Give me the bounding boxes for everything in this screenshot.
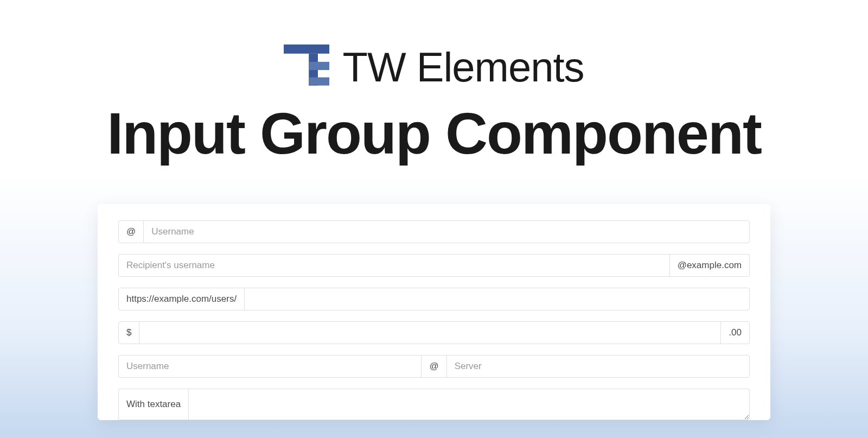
- examples-card: @ @example.com https://example.com/users…: [98, 204, 770, 420]
- input-group-currency: $ .00: [118, 321, 750, 344]
- input-group-recipient-suffix: @example.com: [118, 254, 750, 277]
- recipient-input[interactable]: [118, 254, 670, 277]
- brand-logo-icon: [284, 45, 329, 90]
- username-input[interactable]: [143, 220, 750, 243]
- addon-textarea-label: With textarea: [118, 389, 189, 420]
- addon-at-prefix: @: [118, 220, 144, 243]
- input-group-user-server: @: [118, 355, 750, 378]
- addon-domain-suffix: @example.com: [669, 254, 750, 277]
- addon-decimal-suffix: .00: [720, 321, 750, 344]
- svg-rect-3: [309, 77, 330, 85]
- textarea-input[interactable]: [188, 389, 750, 420]
- server-input[interactable]: [446, 355, 750, 378]
- brand-name: TW Elements: [342, 43, 584, 91]
- addon-url-prefix: https://example.com/users/: [118, 288, 245, 310]
- url-path-input[interactable]: [244, 288, 750, 310]
- addon-at-middle: @: [421, 355, 446, 378]
- addon-dollar-prefix: $: [118, 321, 139, 344]
- header: TW Elements Input Group Component: [0, 0, 868, 166]
- svg-rect-0: [284, 45, 329, 54]
- input-group-textarea: With textarea: [118, 389, 750, 420]
- brand-row: TW Elements: [0, 43, 868, 91]
- svg-rect-2: [309, 61, 330, 69]
- page-title: Input Group Component: [0, 101, 868, 166]
- username-left-input[interactable]: [118, 355, 422, 378]
- amount-input[interactable]: [139, 321, 721, 344]
- input-group-username-prefix: @: [118, 220, 750, 243]
- input-group-url-prefix: https://example.com/users/: [118, 288, 750, 310]
